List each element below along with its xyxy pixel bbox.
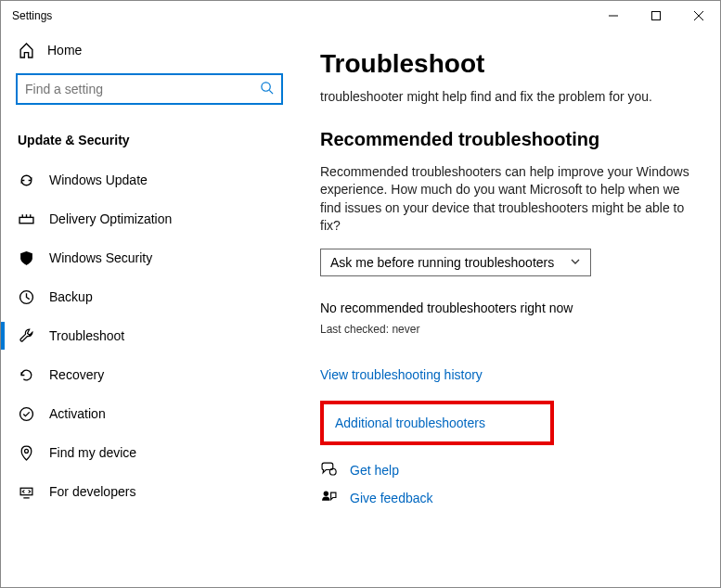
page-lead: troubleshooter might help find and fix t… (320, 88, 698, 107)
svg-point-11 (19, 407, 32, 420)
sidebar-item-backup[interactable]: Backup (1, 277, 298, 316)
sidebar-item-for-developers[interactable]: For developers (1, 472, 298, 511)
status-line: No recommended troubleshooters right now (320, 300, 698, 315)
sidebar-item-label: Delivery Optimization (49, 211, 172, 226)
select-value: Ask me before running troubleshooters (330, 255, 554, 270)
svg-point-12 (24, 449, 28, 453)
chat-icon (320, 462, 337, 479)
search-input[interactable] (25, 82, 260, 96)
svg-point-16 (323, 492, 328, 496)
sidebar-item-label: Troubleshoot (49, 328, 124, 343)
close-button[interactable] (677, 1, 720, 31)
recovery-icon (18, 366, 34, 383)
svg-line-5 (269, 90, 273, 94)
sync-icon (18, 172, 34, 188)
delivery-icon (18, 211, 34, 227)
chevron-down-icon (570, 255, 581, 270)
sidebar-item-windows-update[interactable]: Windows Update (1, 160, 298, 199)
give-feedback-label: Give feedback (350, 491, 433, 505)
main-panel: Troubleshoot troubleshooter might help f… (298, 31, 720, 587)
sidebar-item-delivery-optimization[interactable]: Delivery Optimization (1, 199, 298, 238)
sidebar-item-label: Recovery (49, 367, 104, 382)
check-circle-icon (18, 405, 34, 422)
feedback-icon (320, 490, 337, 506)
window-title: Settings (12, 9, 52, 22)
svg-rect-6 (19, 217, 33, 223)
section-body: Recommended troubleshooters can help imp… (320, 163, 698, 236)
svg-rect-1 (652, 12, 661, 20)
sidebar-item-label: Windows Security (49, 250, 152, 265)
home-icon (18, 42, 34, 58)
sidebar-item-label: Activation (49, 406, 106, 421)
sidebar-item-label: For developers (49, 484, 135, 499)
window-controls (592, 1, 720, 31)
sidebar-item-label: Windows Update (49, 173, 148, 187)
home-label: Home (47, 43, 82, 58)
maximize-button[interactable] (635, 1, 677, 31)
last-checked: Last checked: never (320, 323, 698, 336)
developer-icon (18, 483, 34, 500)
location-icon (18, 444, 34, 461)
sidebar-item-recovery[interactable]: Recovery (1, 355, 298, 394)
wrench-icon (18, 327, 34, 344)
sidebar-item-label: Backup (49, 289, 93, 304)
highlight-box: Additional troubleshooters (320, 401, 554, 445)
titlebar: Settings (1, 1, 720, 31)
search-icon (260, 81, 274, 98)
minimize-button[interactable] (592, 1, 635, 31)
sidebar-item-find-my-device[interactable]: Find my device (1, 433, 298, 472)
home-nav[interactable]: Home (1, 31, 298, 70)
sidebar-item-label: Find my device (49, 445, 136, 460)
additional-troubleshooters-link[interactable]: Additional troubleshooters (335, 415, 485, 430)
get-help-label: Get help (350, 463, 399, 478)
search-box[interactable] (16, 73, 283, 105)
page-title: Troubleshoot (320, 49, 698, 79)
view-history-link[interactable]: View troubleshooting history (320, 367, 698, 382)
category-header: Update & Security (1, 112, 298, 160)
section-title: Recommended troubleshooting (320, 129, 698, 150)
svg-point-4 (262, 82, 270, 90)
sidebar-item-activation[interactable]: Activation (1, 394, 298, 433)
troubleshoot-preference-select[interactable]: Ask me before running troubleshooters (320, 249, 591, 276)
sidebar-item-troubleshoot[interactable]: Troubleshoot (1, 316, 298, 355)
sidebar-item-windows-security[interactable]: Windows Security (1, 238, 298, 277)
get-help-row[interactable]: Get help (320, 462, 698, 479)
backup-icon (18, 288, 34, 305)
shield-icon (18, 249, 34, 266)
give-feedback-row[interactable]: Give feedback (320, 490, 698, 506)
sidebar: Home Update & Security Windows Update De… (1, 31, 298, 587)
